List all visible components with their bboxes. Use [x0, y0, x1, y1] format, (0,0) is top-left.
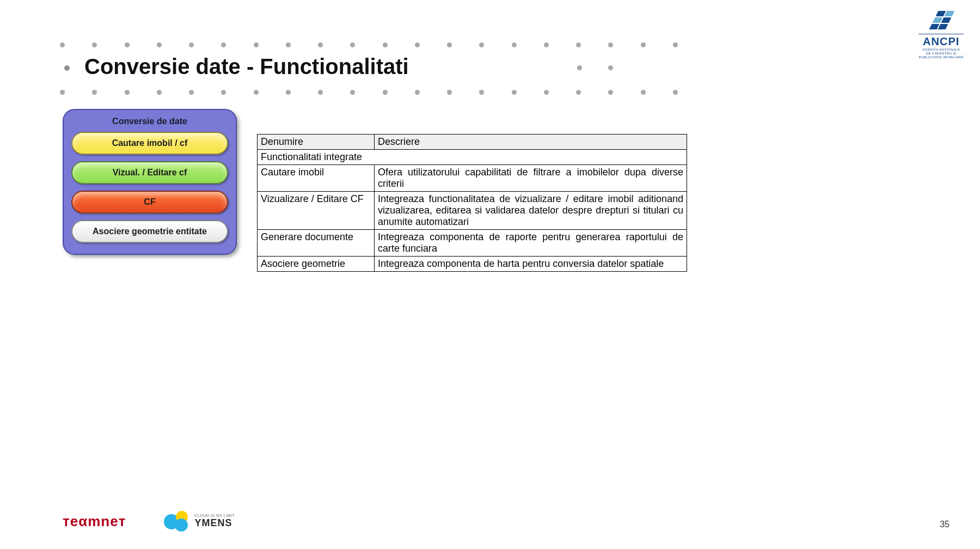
ancpi-logo-name: ANCPI — [918, 34, 964, 48]
bottom-logo-bar: тeαmneт CLOUD IS NO LIMIT YMENS — [63, 511, 235, 532]
table-cell-r3c0: Asociere geometrie — [258, 257, 375, 272]
decorative-dots-top — [60, 42, 678, 47]
panel-pill-vizual: Vizual. / Editare cf — [71, 161, 228, 184]
table-cell-r2c1: Integreaza componenta de raporte pentru … — [375, 230, 687, 257]
ancpi-logo-sub1: AGENȚIA NAȚIONALĂ — [918, 48, 964, 52]
functionalitati-table: Denumire Descriere Functionalitati integ… — [257, 134, 687, 272]
ancpi-logo-sub3: PUBLICITATE IMOBILIARĂ — [918, 56, 964, 59]
decorative-dots-title-right — [577, 65, 613, 70]
panel-title: Conversie de date — [71, 117, 228, 126]
teamnet-logo: тeαmneт — [63, 513, 126, 530]
ancpi-logo-icon — [926, 11, 956, 32]
ymens-logo: CLOUD IS NO LIMIT YMENS — [164, 511, 235, 532]
decorative-dots-bottom — [60, 90, 678, 95]
table-header-denumire: Denumire — [258, 135, 375, 150]
title-bullet-icon — [64, 65, 70, 71]
table-cell-r0c1: Ofera utilizatorului capabilitati de fil… — [375, 165, 687, 192]
table-cell-r1c0: Vizualizare / Editare CF — [258, 192, 375, 230]
ymens-name: YMENS — [194, 517, 235, 529]
page-title: Conversie date - Functionalitati — [84, 54, 409, 79]
conversie-panel: Conversie de date Cautare imobil / cf Vi… — [63, 109, 237, 255]
table-cell-r0c0: Cautare imobil — [258, 165, 375, 192]
panel-pill-cf: CF — [71, 191, 228, 213]
page-number: 35 — [940, 520, 950, 529]
ymens-tagline: CLOUD IS NO LIMIT — [194, 514, 235, 517]
ymens-cloud-icon — [164, 511, 191, 532]
table-section-header: Functionalitati integrate — [258, 150, 687, 165]
table-cell-r1c1: Integreaza functionalitatea de vizualiza… — [375, 192, 687, 230]
panel-pill-asociere: Asociere geometrie entitate — [71, 220, 228, 243]
table-header-descriere: Descriere — [375, 135, 687, 150]
ancpi-logo: ANCPI AGENȚIA NAȚIONALĂ DE CADASTRU ȘI P… — [918, 11, 964, 60]
table-cell-r2c0: Generare documente — [258, 230, 375, 257]
ancpi-logo-sub2: DE CADASTRU ȘI — [918, 52, 964, 56]
panel-pill-cautare: Cautare imobil / cf — [71, 132, 228, 155]
table-cell-r3c1: Integreaza componenta de harta pentru co… — [375, 257, 687, 272]
